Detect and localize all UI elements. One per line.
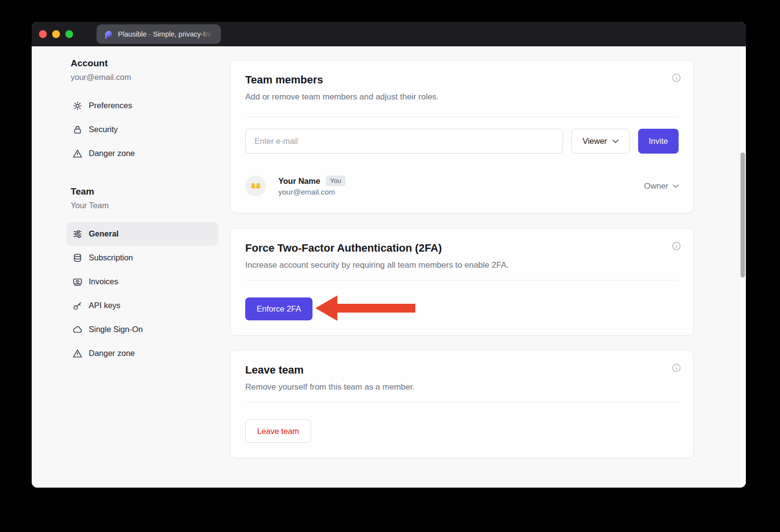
plausible-logo-icon xyxy=(103,29,113,39)
zoom-window-button[interactable] xyxy=(65,30,73,38)
card-subtitle: Increase account security by requiring a… xyxy=(245,260,679,270)
avatar xyxy=(245,176,266,197)
card-title: Leave team xyxy=(245,364,679,376)
team-members-card: Team members Add or remove team members … xyxy=(230,60,694,213)
leave-team-card: Leave team Remove yourself from this tea… xyxy=(230,350,694,458)
invite-email-input[interactable] xyxy=(245,129,563,154)
sidebar-item-label: Danger zone xyxy=(89,349,135,358)
member-row: Your Name You your@email.com Owner xyxy=(245,176,679,197)
team-name: Your Team xyxy=(71,201,109,210)
you-badge: You xyxy=(326,176,346,186)
divider xyxy=(245,402,679,402)
sidebar-item-label: Subscription xyxy=(89,253,133,262)
adjustments-icon xyxy=(72,229,83,239)
sidebar-item-label: Danger zone xyxy=(89,149,135,158)
role-select[interactable]: Viewer xyxy=(571,129,630,154)
team-nav: General Subscription Invoices xyxy=(66,222,218,365)
leave-team-button[interactable]: Leave team xyxy=(245,419,311,443)
card-subtitle: Add or remove team members and adjust th… xyxy=(245,92,679,102)
account-section-title: Account xyxy=(71,58,108,69)
enforce-2fa-button[interactable]: Enforce 2FA xyxy=(245,297,312,320)
sidebar-item-subscription[interactable]: Subscription xyxy=(66,246,218,270)
sidebar-item-label: Single Sign-On xyxy=(89,325,143,334)
scrollbar-track[interactable] xyxy=(739,46,746,488)
cloud-icon xyxy=(72,324,83,335)
info-icon[interactable] xyxy=(672,241,681,251)
tab-title: Plausible · Simple, privacy-friend xyxy=(118,30,214,39)
sidebar-item-danger-zone-team[interactable]: Danger zone xyxy=(66,341,218,365)
minimize-window-button[interactable] xyxy=(52,30,60,38)
window-titlebar: Plausible · Simple, privacy-friend xyxy=(32,22,746,46)
member-role-value: Owner xyxy=(644,181,668,191)
team-section-title: Team xyxy=(71,186,94,197)
traffic-lights xyxy=(39,30,73,38)
sidebar-item-label: General xyxy=(89,229,118,238)
member-email: your@email.com xyxy=(278,188,346,197)
gear-icon xyxy=(72,100,83,111)
member-role-dropdown[interactable]: Owner xyxy=(644,181,679,191)
divider xyxy=(245,280,679,280)
sidebar-item-general[interactable]: General xyxy=(66,222,218,246)
chevron-down-icon xyxy=(612,139,619,143)
sidebar-item-label: Preferences xyxy=(89,101,132,110)
invite-form: Viewer Invite xyxy=(245,129,679,154)
card-title: Team members xyxy=(245,74,679,86)
key-icon xyxy=(72,300,83,311)
card-title: Force Two-Factor Authentication (2FA) xyxy=(245,242,679,255)
invite-button[interactable]: Invite xyxy=(638,129,679,154)
info-icon[interactable] xyxy=(672,73,681,82)
account-nav: Preferences Security Danger zone xyxy=(66,94,218,165)
warning-icon xyxy=(72,348,83,359)
browser-tab[interactable]: Plausible · Simple, privacy-friend xyxy=(97,24,221,44)
info-icon[interactable] xyxy=(672,363,681,373)
page-content: Account your@email.com Preferences Secur… xyxy=(32,46,746,488)
sidebar-item-preferences[interactable]: Preferences xyxy=(66,94,218,118)
chevron-down-icon xyxy=(673,184,679,188)
lock-icon xyxy=(72,124,83,135)
sidebar-item-api-keys[interactable]: API keys xyxy=(66,294,218,317)
member-info: Your Name You your@email.com xyxy=(278,176,346,197)
member-name: Your Name xyxy=(278,176,320,186)
sidebar-item-label: API keys xyxy=(89,301,120,310)
warning-icon xyxy=(72,148,83,159)
browser-window: Plausible · Simple, privacy-friend Accou… xyxy=(32,22,746,488)
sidebar-item-label: Invoices xyxy=(89,277,118,286)
account-email: your@email.com xyxy=(71,73,131,82)
sidebar-item-invoices[interactable]: Invoices xyxy=(66,270,218,294)
banknote-icon xyxy=(72,276,83,287)
sidebar-item-danger-zone-account[interactable]: Danger zone xyxy=(66,141,218,165)
close-window-button[interactable] xyxy=(39,30,47,38)
role-select-value: Viewer xyxy=(583,137,607,146)
sidebar-item-label: Security xyxy=(89,125,118,134)
sidebar-item-security[interactable]: Security xyxy=(66,118,218,141)
tab-title-fade xyxy=(200,30,214,39)
open-hands-icon xyxy=(249,179,262,193)
stack-icon xyxy=(72,253,83,263)
force-2fa-card: Force Two-Factor Authentication (2FA) In… xyxy=(230,228,694,335)
scrollbar-thumb[interactable] xyxy=(741,153,745,277)
card-subtitle: Remove yourself from this team as a memb… xyxy=(245,382,679,392)
sidebar-item-single-sign-on[interactable]: Single Sign-On xyxy=(66,317,218,341)
divider xyxy=(245,117,679,117)
